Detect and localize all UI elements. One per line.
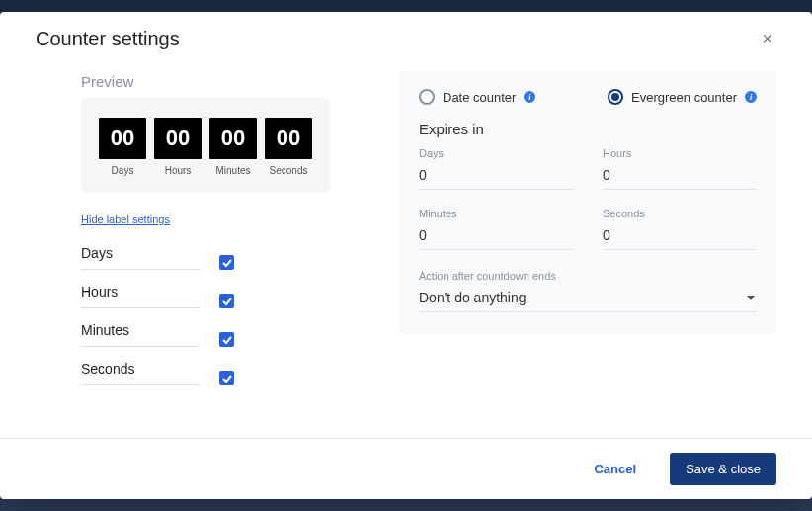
chevron-down-icon: [747, 296, 755, 300]
preview-minutes-label: Minutes: [209, 165, 257, 176]
preview-minutes-value: 00: [209, 118, 257, 159]
preview-tick-minutes: 00 Minutes: [209, 118, 257, 176]
label-row-hours: Hours: [81, 274, 298, 312]
field-label-hours: Hours: [603, 147, 757, 159]
expires-in-heading: Expires in: [419, 121, 757, 137]
expires-fields: Days Hours Minutes Seconds: [419, 147, 757, 250]
info-icon[interactable]: i: [745, 91, 757, 103]
input-minutes[interactable]: [419, 223, 573, 250]
field-days: Days: [419, 147, 573, 190]
preview-heading: Preview: [81, 73, 330, 90]
save-close-button[interactable]: Save & close: [670, 453, 776, 485]
action-selected-value: Don't do anything: [419, 290, 527, 305]
input-seconds[interactable]: [603, 223, 757, 250]
preview-hours-value: 00: [154, 118, 202, 159]
preview-seconds-value: 00: [265, 118, 312, 159]
field-label-minutes: Minutes: [419, 208, 573, 219]
check-icon: [222, 297, 232, 306]
checkbox-days[interactable]: [219, 255, 234, 270]
close-icon[interactable]: ×: [758, 26, 776, 51]
label-row-seconds: Seconds: [81, 351, 298, 389]
action-after-label: Action after countdown ends: [419, 270, 757, 282]
check-icon: [222, 258, 232, 268]
radio-label-date: Date counter: [443, 90, 516, 105]
label-row-minutes: Minutes: [81, 312, 298, 351]
label-name-days[interactable]: Days: [81, 245, 200, 270]
field-hours: Hours: [603, 147, 757, 190]
field-label-seconds: Seconds: [603, 208, 757, 219]
settings-column: Date counter i Evergreen counter i Expir…: [399, 59, 776, 422]
hide-label-settings-link[interactable]: Hide label settings: [81, 213, 170, 225]
preview-hours-label: Hours: [154, 165, 202, 176]
radio-label-evergreen: Evergreen counter: [631, 90, 737, 105]
cancel-button[interactable]: Cancel: [578, 453, 652, 485]
input-hours[interactable]: [603, 163, 757, 190]
preview-days-value: 00: [99, 118, 146, 159]
label-name-hours[interactable]: Hours: [81, 284, 200, 308]
preview-tick-seconds: 00 Seconds: [265, 118, 312, 176]
preview-tick-hours: 00 Hours: [154, 118, 202, 176]
field-minutes: Minutes: [419, 208, 573, 250]
check-icon: [222, 374, 232, 383]
preview-seconds-label: Seconds: [265, 165, 312, 176]
checkbox-seconds[interactable]: [219, 371, 234, 385]
checkbox-minutes[interactable]: [219, 332, 234, 347]
check-icon: [222, 335, 232, 345]
counter-preview: 00 Days 00 Hours 00 Minutes 00 Seconds: [81, 98, 330, 192]
label-name-minutes[interactable]: Minutes: [81, 322, 200, 347]
preview-days-label: Days: [99, 165, 146, 176]
action-after-select[interactable]: Don't do anything: [419, 286, 757, 312]
label-row-days: Days: [81, 235, 298, 274]
input-days[interactable]: [419, 163, 573, 190]
field-seconds: Seconds: [603, 208, 757, 250]
field-label-days: Days: [419, 147, 573, 159]
radio-group-evergreen[interactable]: Evergreen counter i: [608, 89, 757, 105]
radio-date-counter[interactable]: [419, 89, 435, 105]
info-icon[interactable]: i: [524, 91, 535, 103]
counter-settings-modal: Counter settings × Preview 00 Days 00 Ho…: [0, 12, 812, 499]
preview-tick-days: 00 Days: [99, 118, 146, 176]
radio-group-date[interactable]: Date counter i: [419, 89, 535, 105]
checkbox-hours[interactable]: [219, 294, 234, 308]
modal-body: Preview 00 Days 00 Hours 00 Minutes 00 S…: [0, 59, 812, 439]
modal-title: Counter settings: [36, 28, 180, 50]
settings-card: Date counter i Evergreen counter i Expir…: [399, 71, 776, 334]
preview-column: Preview 00 Days 00 Hours 00 Minutes 00 S…: [36, 59, 330, 422]
modal-footer: Cancel Save & close: [0, 439, 812, 499]
radio-evergreen-counter[interactable]: [608, 89, 623, 105]
modal-header: Counter settings ×: [0, 12, 812, 59]
counter-type-row: Date counter i Evergreen counter i: [419, 89, 757, 105]
radio-dot-icon: [611, 93, 619, 101]
label-name-seconds[interactable]: Seconds: [81, 361, 200, 385]
